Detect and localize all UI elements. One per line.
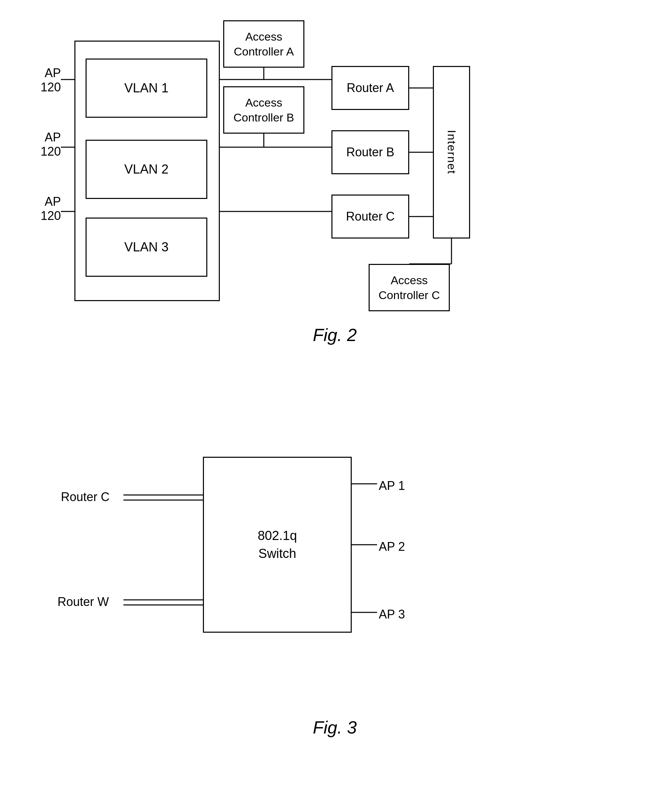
router-w-label: Router W (58, 595, 109, 609)
vlan3-box: VLAN 3 (85, 218, 207, 277)
ap2-label: AP 2 (379, 540, 405, 554)
vlan-outer-box: VLAN 1 VLAN 2 VLAN 3 (75, 41, 220, 301)
page: AP120 AP120 AP120 VLAN 1 VLAN 2 VLAN 3 A… (0, 0, 650, 812)
ap1-label: AP 1 (379, 479, 405, 493)
fig3-diagram: 802.1q Switch Router C Router W AP 1 AP … (20, 406, 649, 744)
router-c-label: Router C (61, 490, 110, 504)
vlan1-box: VLAN 1 (85, 58, 207, 118)
ap-label-2: AP120 (27, 130, 61, 159)
switch-box: 802.1q Switch (203, 457, 352, 633)
access-controller-b-box: AccessController B (223, 86, 304, 134)
fig3-caption: Fig. 3 (313, 717, 357, 737)
access-controller-c-box: AccessController C (368, 264, 450, 311)
fig2-diagram: AP120 AP120 AP120 VLAN 1 VLAN 2 VLAN 3 A… (20, 14, 649, 352)
ap-label-1: AP120 (27, 66, 61, 95)
internet-box: Internet (433, 66, 470, 238)
vlan2-box: VLAN 2 (85, 140, 207, 199)
router-c-box: Router C (332, 195, 409, 238)
ap3-label: AP 3 (379, 607, 405, 621)
access-controller-a-box: AccessController A (223, 20, 304, 68)
router-a-box: Router A (332, 66, 409, 110)
router-b-box: Router B (332, 130, 409, 174)
fig2-caption: Fig. 2 (313, 325, 357, 345)
ap-label-3: AP120 (27, 195, 61, 223)
